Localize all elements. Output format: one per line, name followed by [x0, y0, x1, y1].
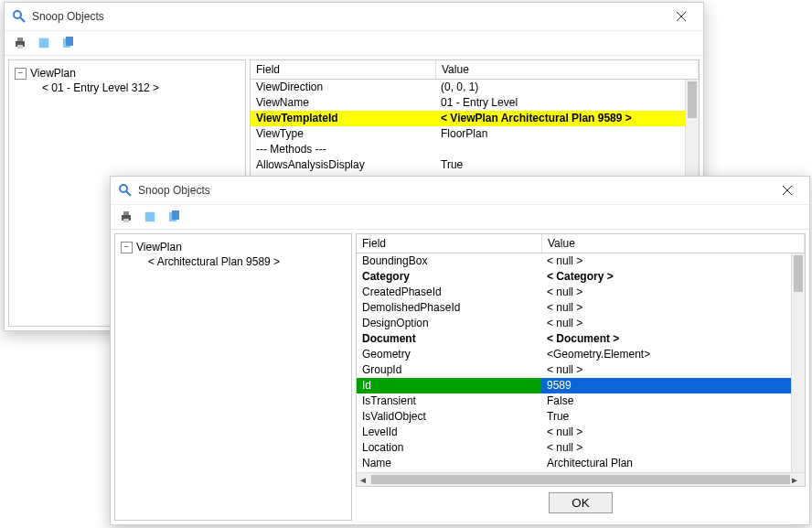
- cell-value: < null >: [541, 285, 792, 300]
- cell-field: CreatedPhaseId: [357, 285, 541, 300]
- svg-rect-19: [172, 210, 179, 220]
- cell-value: < null >: [541, 440, 792, 456]
- cell-value: False: [541, 393, 792, 409]
- table-row[interactable]: ViewTemplateId< ViewPlan Architectural P…: [251, 111, 686, 126]
- cell-value: Architectural Plan: [541, 456, 792, 471]
- table-row[interactable]: Category< Category >: [357, 269, 792, 285]
- print-icon[interactable]: [12, 35, 28, 51]
- cell-field: IsValidObject: [357, 409, 541, 425]
- header-field[interactable]: Field: [251, 60, 436, 79]
- table-row[interactable]: Location< null >: [357, 440, 792, 456]
- table-row[interactable]: IsTransientFalse: [357, 393, 792, 409]
- tree-root[interactable]: − ViewPlan: [13, 66, 241, 81]
- header-value[interactable]: Value: [436, 60, 699, 79]
- titlebar: Snoop Objects: [111, 177, 809, 205]
- table-row[interactable]: Geometry<Geometry.Element>: [357, 347, 792, 362]
- ok-button[interactable]: OK: [549, 492, 613, 513]
- cell-value: < null >: [541, 253, 792, 269]
- table-row[interactable]: NameArchitectural Plan: [357, 456, 792, 471]
- header-field[interactable]: Field: [357, 234, 542, 253]
- tree-item[interactable]: < Architectural Plan 9589 >: [119, 254, 347, 269]
- cell-field: Document: [357, 331, 541, 347]
- tree-root-label: ViewPlan: [136, 241, 182, 253]
- cell-value: [435, 142, 686, 157]
- cell-field: ViewDirection: [251, 80, 435, 95]
- cell-value: (0, 0, 1): [435, 80, 686, 95]
- toolbar: [111, 205, 809, 230]
- table-row[interactable]: CreatedPhaseId< null >: [357, 285, 792, 300]
- table-row[interactable]: DemolishedPhaseId< null >: [357, 300, 792, 316]
- header-value[interactable]: Value: [542, 234, 805, 253]
- dialog-footer: OK: [356, 487, 806, 521]
- close-icon[interactable]: [663, 4, 700, 29]
- table-row[interactable]: Id9589: [357, 378, 792, 393]
- table-row[interactable]: DesignOption< null >: [357, 316, 792, 331]
- filter-icon[interactable]: [36, 35, 52, 51]
- tree-view[interactable]: − ViewPlan < Architectural Plan 9589 >: [114, 233, 352, 521]
- cell-field: LevelId: [357, 425, 541, 440]
- svg-rect-17: [145, 212, 155, 222]
- svg-point-0: [14, 11, 21, 18]
- cell-value: < ViewPlan Architectural Plan 9589 >: [435, 111, 686, 126]
- svg-rect-5: [17, 38, 23, 41]
- scroll-left-icon[interactable]: ◄: [357, 473, 369, 486]
- horizontal-scrollbar[interactable]: ◄ ►: [357, 472, 805, 486]
- cell-field: Id: [357, 378, 541, 393]
- copy-icon[interactable]: [59, 35, 76, 51]
- table-row[interactable]: --- Methods ---: [251, 142, 686, 157]
- cell-field: ViewTemplateId: [251, 111, 435, 126]
- toolbar: [5, 31, 703, 56]
- property-grid[interactable]: Field Value BoundingBox< null >Category<…: [356, 233, 806, 487]
- table-row[interactable]: ViewDirection(0, 0, 1): [251, 80, 686, 95]
- cell-field: IsTransient: [357, 393, 541, 409]
- table-row[interactable]: GroupId< null >: [357, 362, 792, 378]
- magnifier-icon: [118, 183, 133, 198]
- cell-value: < null >: [541, 362, 792, 378]
- svg-rect-7: [39, 38, 49, 48]
- print-icon[interactable]: [118, 209, 134, 225]
- window-title: Snoop Objects: [32, 10, 663, 23]
- cell-value: < Category >: [541, 269, 792, 285]
- copy-icon[interactable]: [166, 209, 182, 225]
- table-row[interactable]: BoundingBox< null >: [357, 253, 792, 269]
- cell-value: True: [541, 409, 792, 425]
- cell-field: GroupId: [357, 362, 541, 378]
- grid-header: Field Value: [357, 234, 805, 253]
- tree-collapse-icon[interactable]: −: [15, 68, 27, 80]
- cell-value: True: [435, 157, 686, 173]
- cell-field: --- Methods ---: [251, 142, 435, 157]
- cell-field: Category: [357, 269, 541, 285]
- filter-icon[interactable]: [142, 209, 158, 225]
- cell-field: ViewName: [251, 95, 435, 111]
- scroll-right-icon[interactable]: ►: [788, 477, 801, 482]
- cell-field: BoundingBox: [357, 253, 541, 269]
- tree-collapse-icon[interactable]: −: [121, 242, 133, 253]
- cell-field: Location: [357, 440, 541, 456]
- cell-value: < null >: [541, 425, 792, 440]
- close-icon[interactable]: [769, 178, 806, 203]
- cell-value: < null >: [541, 316, 792, 331]
- svg-line-11: [126, 191, 131, 196]
- tree-item-label: < 01 - Entry Level 312 >: [42, 81, 159, 94]
- vertical-scrollbar[interactable]: [791, 253, 805, 472]
- tree-root[interactable]: − ViewPlan: [119, 240, 347, 254]
- grid-header: Field Value: [251, 60, 699, 80]
- cell-value: 01 - Entry Level: [435, 95, 686, 111]
- table-row[interactable]: AllowsAnalysisDisplayTrue: [251, 157, 686, 173]
- magnifier-icon: [12, 9, 27, 24]
- table-row[interactable]: ViewName01 - Entry Level: [251, 95, 686, 111]
- window-snoop-2: Snoop Objects − ViewPlan < Architectural…: [110, 176, 810, 525]
- titlebar: Snoop Objects: [5, 3, 703, 31]
- tree-item[interactable]: < 01 - Entry Level 312 >: [13, 81, 241, 95]
- table-row[interactable]: Document< Document >: [357, 331, 792, 347]
- cell-value: 9589: [541, 378, 792, 393]
- table-row[interactable]: LevelId< null >: [357, 425, 792, 440]
- svg-rect-9: [66, 37, 73, 46]
- window-title: Snoop Objects: [138, 184, 769, 197]
- cell-value: FloorPlan: [435, 126, 686, 142]
- table-row[interactable]: ViewTypeFloorPlan: [251, 126, 686, 142]
- svg-rect-15: [123, 211, 129, 215]
- cell-field: DemolishedPhaseId: [357, 300, 541, 316]
- cell-field: AllowsAnalysisDisplay: [251, 157, 435, 173]
- table-row[interactable]: IsValidObjectTrue: [357, 409, 792, 425]
